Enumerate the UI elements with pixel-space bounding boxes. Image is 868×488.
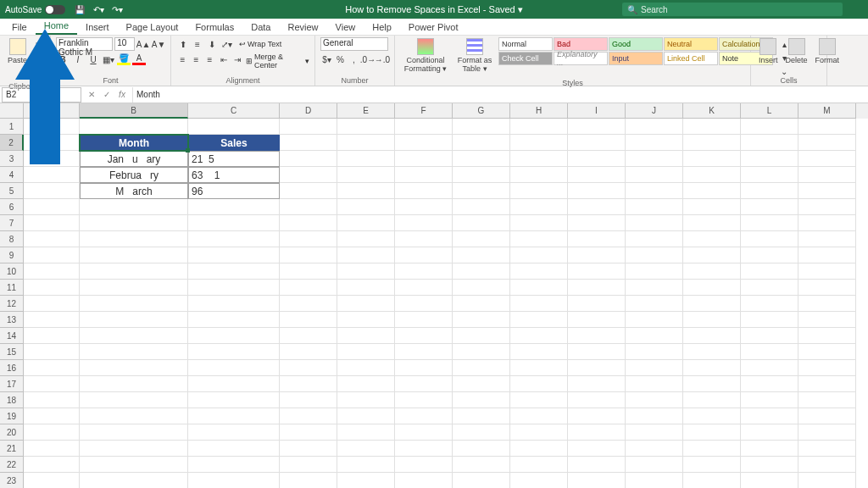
cell-G15[interactable] (453, 344, 510, 360)
cell-F10[interactable] (395, 263, 453, 280)
cell-I19[interactable] (568, 408, 626, 424)
select-all-corner[interactable] (0, 103, 24, 119)
cell-B15[interactable] (80, 344, 188, 360)
cell-L8[interactable] (741, 231, 798, 247)
cell-D3[interactable] (280, 151, 337, 167)
cell-E11[interactable] (337, 280, 395, 296)
style-cell-input[interactable]: Input (609, 52, 663, 65)
style-cell-bad[interactable]: Bad (554, 37, 608, 51)
menu-tab-power-pivot[interactable]: Power Pivot (400, 19, 467, 35)
cell-I3[interactable] (568, 151, 626, 167)
font-size-select[interactable]: 10 (114, 37, 135, 51)
cell-L17[interactable] (741, 376, 798, 392)
cell-K12[interactable] (683, 296, 741, 312)
cell-E21[interactable] (337, 441, 395, 457)
cell-J6[interactable] (626, 199, 683, 215)
cell-B13[interactable] (80, 312, 188, 328)
cell-M21[interactable] (798, 441, 856, 457)
cell-A6[interactable] (24, 199, 80, 215)
cell-G13[interactable] (453, 312, 510, 328)
delete-cells-button[interactable]: Delete (783, 37, 810, 65)
align-bottom-icon[interactable]: ⬇ (205, 37, 219, 51)
format-painter-icon[interactable]: 🖌 (32, 68, 46, 81)
cell-D16[interactable] (280, 360, 337, 376)
cell-E10[interactable] (337, 263, 395, 280)
cancel-formula-icon[interactable]: ✕ (85, 88, 98, 102)
cell-G17[interactable] (453, 376, 510, 392)
row-header-6[interactable]: 6 (0, 199, 24, 215)
cell-J10[interactable] (626, 263, 683, 280)
cell-M3[interactable] (798, 151, 856, 167)
style-cell-normal[interactable]: Normal (498, 37, 553, 51)
cell-F7[interactable] (395, 215, 453, 231)
cell-K5[interactable] (683, 183, 741, 199)
row-header-5[interactable]: 5 (0, 183, 24, 199)
cell-H23[interactable] (510, 473, 568, 488)
cell-J18[interactable] (626, 392, 683, 408)
cell-E5[interactable] (337, 183, 395, 199)
cell-E7[interactable] (337, 215, 395, 231)
percent-icon[interactable]: % (334, 53, 347, 66)
cell-M12[interactable] (798, 296, 856, 312)
row-header-22[interactable]: 22 (0, 457, 24, 473)
cell-E15[interactable] (337, 344, 395, 360)
cell-B18[interactable] (80, 392, 188, 408)
cell-K19[interactable] (683, 408, 741, 424)
cell-I10[interactable] (568, 263, 626, 280)
cell-B1[interactable] (80, 119, 188, 135)
cell-K2[interactable] (683, 135, 741, 151)
cell-I21[interactable] (568, 441, 626, 457)
cell-B2[interactable]: Month (80, 135, 188, 151)
cell-D23[interactable] (280, 473, 337, 488)
cell-H10[interactable] (510, 263, 568, 280)
row-header-20[interactable]: 20 (0, 424, 24, 441)
cell-J3[interactable] (626, 151, 683, 167)
cell-I2[interactable] (568, 135, 626, 151)
row-header-12[interactable]: 12 (0, 296, 24, 312)
cell-H2[interactable] (510, 135, 568, 151)
cell-H13[interactable] (510, 312, 568, 328)
cell-M11[interactable] (798, 280, 856, 296)
cell-H8[interactable] (510, 231, 568, 247)
column-header-D[interactable]: D (280, 103, 337, 119)
undo-icon[interactable]: ↶▾ (92, 3, 104, 15)
cell-G21[interactable] (453, 441, 510, 457)
style-cell-neutral[interactable]: Neutral (664, 37, 718, 51)
cell-M17[interactable] (798, 376, 856, 392)
cell-B23[interactable] (80, 473, 188, 488)
cell-E6[interactable] (337, 199, 395, 215)
cell-F19[interactable] (395, 408, 453, 424)
column-header-E[interactable]: E (337, 103, 395, 119)
row-header-18[interactable]: 18 (0, 392, 24, 408)
merge-center-button[interactable]: ⊞ Merge & Center ▾ (246, 53, 309, 69)
cell-H22[interactable] (510, 457, 568, 473)
cell-E14[interactable] (337, 328, 395, 344)
cell-C6[interactable] (188, 199, 280, 215)
cell-F15[interactable] (395, 344, 453, 360)
cell-L2[interactable] (741, 135, 798, 151)
cell-K11[interactable] (683, 280, 741, 296)
cell-M10[interactable] (798, 263, 856, 280)
cell-C7[interactable] (188, 215, 280, 231)
decrease-decimal-icon[interactable]: →.0 (376, 53, 389, 66)
cell-C11[interactable] (188, 280, 280, 296)
cell-E1[interactable] (337, 119, 395, 135)
cell-H12[interactable] (510, 296, 568, 312)
cell-K20[interactable] (683, 424, 741, 441)
cell-B21[interactable] (80, 441, 188, 457)
cut-icon[interactable]: ✂ (32, 37, 46, 51)
cell-K18[interactable] (683, 392, 741, 408)
cell-M20[interactable] (798, 424, 856, 441)
cell-G9[interactable] (453, 247, 510, 263)
cell-F13[interactable] (395, 312, 453, 328)
cell-K14[interactable] (683, 328, 741, 344)
cell-E9[interactable] (337, 247, 395, 263)
cell-G3[interactable] (453, 151, 510, 167)
underline-button[interactable]: U (86, 53, 100, 66)
cell-C2[interactable]: Sales (188, 135, 280, 151)
cell-B9[interactable] (80, 247, 188, 263)
cell-A3[interactable] (24, 151, 80, 167)
cell-M13[interactable] (798, 312, 856, 328)
row-header-15[interactable]: 15 (0, 344, 24, 360)
style-cell-check-cell[interactable]: Check Cell (498, 52, 553, 65)
